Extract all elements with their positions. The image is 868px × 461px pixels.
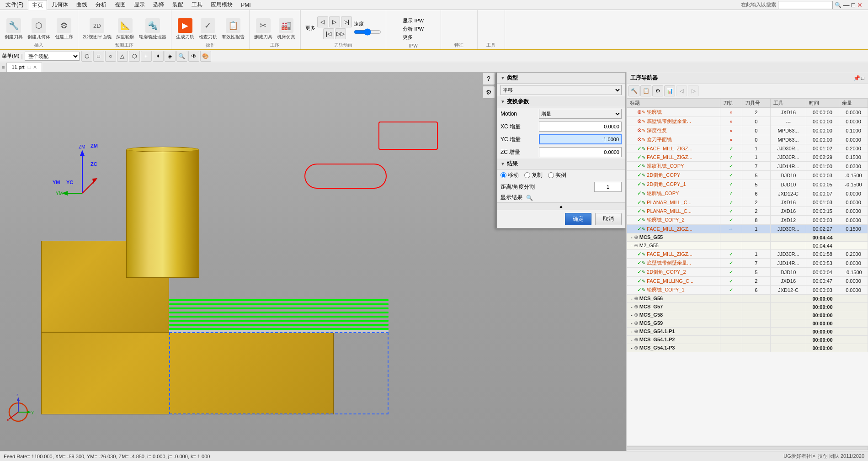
menu-curves[interactable]: 曲线 (73, 0, 91, 10)
table-row[interactable]: ✓✎ 2D倒角_COPY_2✓5DJD1000:00:04-0.1500 (627, 268, 868, 277)
nav-table-scroll[interactable]: 标题 刀轨 刀具号 工具 时间 余量 ⊗✎ 轮廓铣×2JXD1600:00:00… (627, 98, 868, 445)
toolbar-btn-4[interactable]: △ (117, 51, 128, 62)
toolbar-btn-10[interactable]: 👁 (188, 51, 199, 62)
col-tool[interactable]: 工具 (771, 99, 806, 108)
viewport[interactable]: ZM ZC YM YC ZM YM (0, 72, 626, 451)
btn-validity-report[interactable]: 📋 有效性报告 (220, 17, 246, 41)
tab-settings-icon[interactable]: ✕ (33, 64, 37, 70)
table-row[interactable]: - ⊕ MCS_G5500:04:44 (627, 233, 868, 242)
yc-input[interactable] (539, 134, 622, 144)
maximize-icon[interactable]: □ (852, 1, 855, 9)
cancel-button[interactable]: 取消 (595, 213, 622, 225)
btn-generate-toolpath[interactable]: ▶ 生成刀轨 (174, 17, 196, 41)
table-row[interactable]: ✓✎ FACE_MILL_ZIGZ...✓1JJD30R...00:01:580… (627, 250, 868, 259)
toolbar-btn-6[interactable]: + (141, 51, 152, 62)
speed-slider[interactable] (354, 28, 381, 36)
tab-close-btn[interactable]: □ (28, 64, 31, 70)
table-row[interactable]: ✓✎ 轮廓铣_COPY_1✓6JXD12-C00:00:030.0000 (627, 286, 868, 295)
btn-depth-contour[interactable]: 📐 深度轮廓 (114, 17, 136, 41)
menu-geometry[interactable]: 几何体 (48, 0, 72, 10)
menu-tools[interactable]: 工具 (188, 0, 206, 10)
panel-pin-icon[interactable]: 📌 (853, 75, 860, 81)
menu-view[interactable]: 视图 (111, 0, 129, 10)
btn-machine-sim[interactable]: 🏭 机床仿真 (275, 17, 297, 41)
minimize-icon[interactable]: — (843, 1, 850, 9)
type-select[interactable]: 平移 (501, 85, 622, 95)
toolbar-btn-3[interactable]: ○ (105, 51, 116, 62)
col-title[interactable]: 标题 (627, 99, 720, 108)
toolbar-btn-1[interactable]: ⬡ (81, 51, 92, 62)
btn-verify-toolpath[interactable]: ✓ 检查刀轨 (197, 17, 219, 41)
anim-rewind[interactable]: |◁ (323, 28, 334, 39)
table-row[interactable]: - ⊕ M2_G5500:04:44 (627, 242, 868, 250)
table-row[interactable]: ✓✎ 底壁铣带侧壁余量...✓7JJD14R...00:00:530.0000 (627, 259, 868, 268)
col-toolpath[interactable]: 刀轨 (720, 99, 742, 108)
panel-btn-2[interactable]: 📋 (640, 85, 651, 96)
menu-appmodule[interactable]: 应用模块 (207, 0, 236, 10)
table-row[interactable]: - ⊕ MCS_G5800:00:00 (627, 311, 868, 319)
btn-2d-view[interactable]: 2D 2D视图平面铣 (81, 17, 113, 41)
radio-instance[interactable] (548, 172, 554, 178)
table-row[interactable]: ✓✎ FACE_MILL_ZIGZ...✓1JJD30R...00:02:290… (627, 153, 868, 162)
table-row[interactable]: ✓✎ PLANAR_MILL_C...✓2JXD1600:01:030.0000 (627, 198, 868, 207)
table-row[interactable]: ⊗✎ 底壁铣带侧壁余量...×0---00:00:000.0000 (627, 117, 868, 126)
zc-input[interactable] (539, 147, 622, 157)
menu-m-btn[interactable]: 菜单(M) (2, 53, 20, 59)
table-row[interactable]: ⊗✎ 深度往复×0MPD63...00:00:000.1000 (627, 126, 868, 135)
toolbar-btn-9[interactable]: 🔍 (176, 51, 187, 62)
table-row[interactable]: ⊗✎ 轮廓铣×2JXD1600:00:000.0000 (627, 108, 868, 117)
anim-play[interactable]: ▷ (329, 16, 340, 27)
table-row[interactable]: ✓✎ 螺纹孔铣_COPY✓7JJD14R...00:01:000.0300 (627, 162, 868, 171)
search-input[interactable] (778, 1, 833, 9)
close-icon[interactable]: ✕ (857, 1, 863, 9)
toolbar-btn-7[interactable]: ✦ (153, 51, 164, 62)
panel-maximize-icon[interactable]: □ (861, 75, 864, 81)
tab-11prt[interactable]: 11.prt □ ✕ (6, 63, 42, 72)
h-scrollbar[interactable] (627, 446, 868, 450)
col-tool-num[interactable]: 刀具号 (742, 99, 771, 108)
table-row[interactable]: ⊗✎ 盒刀平面铣×0MPD63...00:00:000.0000 (627, 135, 868, 144)
show-result-icon[interactable]: 🔍 (526, 195, 533, 201)
distance-input[interactable] (594, 182, 622, 192)
table-row[interactable]: - ⊕ MCS_G5600:00:00 (627, 295, 868, 303)
table-row[interactable]: ✓✎ FACE_MILL_ZIGZ...✓1JJD30R...00:01:020… (627, 144, 868, 153)
col-time[interactable]: 时间 (806, 99, 839, 108)
ipw-display-btn[interactable]: 显示 IPW (403, 17, 424, 24)
toolbar-btn-8[interactable]: ◈ (165, 51, 176, 62)
panel-btn-4[interactable]: 📊 (664, 85, 675, 96)
btn-contour-mill[interactable]: 🔩 轮廓铣处理器 (137, 17, 168, 41)
anim-forward[interactable]: ▷▷ (335, 28, 346, 39)
menu-select[interactable]: 选择 (149, 0, 168, 10)
menu-pmi[interactable]: PMI (237, 1, 254, 9)
toolbar-btn-2[interactable]: □ (93, 51, 104, 62)
btn-create-tool[interactable]: 🔧 创建刀具 (3, 17, 25, 41)
radio-instance-label[interactable]: 实例 (548, 171, 566, 179)
radio-copy[interactable] (524, 172, 530, 178)
table-row[interactable]: - ⊕ MCS_G54.1-P300:00:00 (627, 344, 868, 352)
table-row[interactable]: ✓✎ 2D倒角_COPY_1✓5DJD1000:00:05-0.1500 (627, 180, 868, 189)
ok-button[interactable]: 确定 (565, 213, 591, 225)
table-row[interactable]: - ⊕ MCS_G54.1-P100:00:00 (627, 328, 868, 336)
table-row[interactable]: ✓✎ 轮廓铣_COPY_2✓8JXD1200:00:030.0000 (627, 216, 868, 225)
menu-file[interactable]: 文件(F) (2, 0, 27, 10)
help-btn[interactable]: ? (482, 72, 495, 85)
panel-btn-3[interactable]: ⚙ (652, 85, 663, 96)
radio-move-label[interactable]: 移动 (501, 171, 519, 179)
table-row[interactable]: - ⊕ MCS_G54.1-P200:00:00 (627, 336, 868, 344)
btn-create-operation[interactable]: ⚙ 创建工序 (53, 17, 75, 41)
dialog-scroll-up[interactable]: ▲ (497, 202, 625, 210)
panel-btn-1[interactable]: 🔨 (628, 85, 639, 96)
more-btn[interactable]: 更多 (305, 25, 315, 32)
toolbar-btn-5[interactable]: ⬡ (129, 51, 140, 62)
anim-prev[interactable]: ◁ (317, 16, 328, 27)
radio-copy-label[interactable]: 复制 (524, 171, 543, 179)
anim-next[interactable]: ▷| (341, 16, 352, 27)
btn-remove-tool[interactable]: ✂ 删减刀具 (252, 17, 274, 41)
table-row[interactable]: ✓✎ FACE_MILL_ZIGZ...↔1JJD30R...00:02:270… (627, 225, 868, 233)
menu-display[interactable]: 显示 (130, 0, 149, 10)
motion-select[interactable]: 增量 (539, 109, 622, 119)
table-row[interactable]: ✓✎ FACE_MILLING_C...✓2JXD1600:00:470.000… (627, 277, 868, 286)
table-row[interactable]: ✓✎ 轮廓铣_COPY✓6JXD12-C00:00:070.0000 (627, 189, 868, 198)
settings-btn[interactable]: ⚙ (482, 86, 495, 99)
table-row[interactable]: - ⊕ MCS_G5900:00:00 (627, 319, 868, 328)
